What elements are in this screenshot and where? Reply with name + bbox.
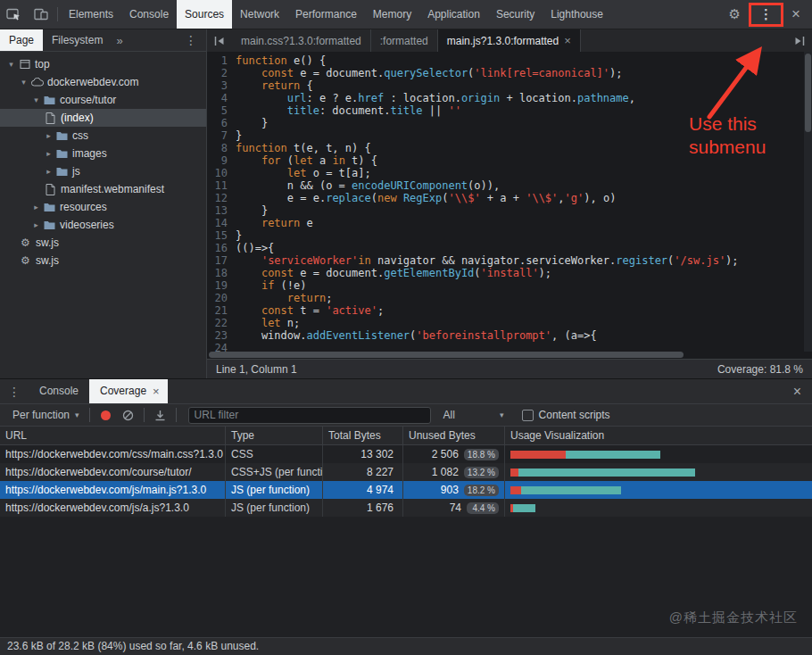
tab-console-top[interactable]: Console xyxy=(121,0,177,29)
line-number[interactable]: 11 xyxy=(207,179,236,192)
export-download-icon[interactable] xyxy=(149,410,171,421)
line-number[interactable]: 8 xyxy=(207,142,236,154)
code-text[interactable]: url: e ? e.href : location.origin + loca… xyxy=(236,92,635,104)
tab-memory[interactable]: Memory xyxy=(365,0,419,29)
tab-lighthouse[interactable]: Lighthouse xyxy=(543,0,611,29)
line-number[interactable]: 15 xyxy=(207,229,236,242)
code-text[interactable]: return; xyxy=(236,292,332,304)
tree-item-images[interactable]: ▸ images xyxy=(0,145,206,162)
tab-elements[interactable]: Elements xyxy=(61,0,121,29)
per-function-dropdown[interactable]: Per function ▾ xyxy=(7,409,85,421)
close-drawer-icon[interactable]: × xyxy=(783,384,812,400)
expander-icon[interactable]: ▾ xyxy=(5,60,17,69)
line-number[interactable]: 18 xyxy=(207,267,236,279)
tab-application[interactable]: Application xyxy=(419,0,488,29)
code-text[interactable]: const t = 'active'; xyxy=(236,304,384,317)
col-total-bytes[interactable]: Total Bytes xyxy=(323,427,403,444)
code-text[interactable]: } xyxy=(236,204,268,217)
line-number[interactable]: 23 xyxy=(207,329,236,342)
close-tab-icon[interactable]: × xyxy=(153,379,160,403)
col-type[interactable]: Type xyxy=(226,427,323,444)
tree-item-swjs-2[interactable]: ⚙ sw.js xyxy=(0,252,206,269)
line-number[interactable]: 19 xyxy=(207,279,236,292)
code-text[interactable]: const e = document.getElementById('insta… xyxy=(236,267,551,279)
tree-item-swjs-1[interactable]: ⚙ sw.js xyxy=(0,234,206,252)
code-text[interactable]: window.addEventListener('beforeinstallpr… xyxy=(236,329,597,342)
more-tabs-icon[interactable]: » xyxy=(112,34,127,47)
line-number[interactable]: 20 xyxy=(207,292,236,304)
tree-item-course-tutor[interactable]: ▾ course/tutor xyxy=(0,91,206,109)
tab-page[interactable]: Page xyxy=(0,29,43,51)
tab-security[interactable]: Security xyxy=(488,0,543,29)
tree-item-js[interactable]: ▸ js xyxy=(0,162,206,180)
line-number[interactable]: 5 xyxy=(207,104,236,117)
line-number[interactable]: 14 xyxy=(207,217,236,229)
line-number[interactable]: 21 xyxy=(207,304,236,317)
horizontal-scrollbar[interactable] xyxy=(209,352,802,358)
expander-icon[interactable]: ▾ xyxy=(18,78,29,87)
coverage-row-main-js[interactable]: https://dockerwebdev.com/js/main.js?1.3.… xyxy=(0,481,812,499)
line-number[interactable]: 1 xyxy=(207,54,236,67)
code-text[interactable]: } xyxy=(236,117,268,129)
tree-item-index[interactable]: (index) xyxy=(0,109,206,127)
code-text[interactable]: } xyxy=(236,229,242,242)
content-scripts-checkbox[interactable] xyxy=(522,410,534,421)
inspect-element-icon[interactable] xyxy=(0,0,28,29)
line-number[interactable]: 16 xyxy=(207,242,236,254)
more-options-icon[interactable]: ⋮ xyxy=(753,5,779,24)
code-text[interactable]: } xyxy=(236,129,242,142)
coverage-row-main-css[interactable]: https://dockerwebdev.com/css/main.css?1.… xyxy=(0,445,812,463)
col-url[interactable]: URL xyxy=(0,427,226,444)
navigator-toggle-icon[interactable] xyxy=(207,29,232,52)
line-number[interactable]: 6 xyxy=(207,117,236,129)
expander-icon[interactable]: ▸ xyxy=(30,203,42,211)
code-text[interactable]: return { xyxy=(236,79,313,92)
vertical-scrollbar[interactable] xyxy=(804,52,812,352)
scrollbar-thumb[interactable] xyxy=(209,352,684,358)
line-number[interactable]: 9 xyxy=(207,154,236,167)
line-number[interactable]: 12 xyxy=(207,192,236,204)
tree-item-css[interactable]: ▸ css xyxy=(0,127,206,145)
line-number[interactable]: 24 xyxy=(207,342,236,352)
editor-tab-main-js[interactable]: main.js?1.3.0:formatted × xyxy=(438,29,581,52)
line-number[interactable]: 3 xyxy=(207,79,236,92)
expander-icon[interactable]: ▸ xyxy=(30,220,42,229)
tree-item-manifest[interactable]: manifest.webmanifest xyxy=(0,180,206,198)
navigator-menu-icon[interactable]: ⋮ xyxy=(176,33,206,47)
expander-icon[interactable]: ▸ xyxy=(43,131,54,140)
close-devtools-icon[interactable]: × xyxy=(785,5,807,23)
code-text[interactable]: if (!e) xyxy=(236,279,306,292)
code-text[interactable]: for (let a in t) { xyxy=(236,154,377,167)
code-text[interactable]: function t(e, t, n) { xyxy=(236,142,371,154)
tree-item-top[interactable]: ▾ top xyxy=(0,55,206,73)
code-text[interactable]: let n; xyxy=(236,317,300,329)
settings-gear-icon[interactable]: ⚙ xyxy=(723,6,747,22)
line-number[interactable]: 2 xyxy=(207,67,236,79)
code-text[interactable]: const e = document.querySelector('link[r… xyxy=(236,67,623,79)
col-unused-bytes[interactable]: Unused Bytes xyxy=(403,427,505,444)
scrollbar-thumb[interactable] xyxy=(805,54,811,132)
right-sidebar-toggle-icon[interactable] xyxy=(787,29,812,52)
line-number[interactable]: 13 xyxy=(207,204,236,217)
expander-icon[interactable]: ▸ xyxy=(43,167,54,176)
coverage-row-course-tutor[interactable]: https://dockerwebdev.com/course/tutor/ C… xyxy=(0,463,812,481)
expander-icon[interactable]: ▾ xyxy=(30,95,42,104)
tree-item-dockerwebdev[interactable]: ▾ dockerwebdev.com xyxy=(0,73,206,91)
code-text[interactable]: e = e.replace(new RegExp('\\$' + a + '\\… xyxy=(236,192,616,204)
tab-coverage[interactable]: Coverage × xyxy=(89,379,168,403)
tree-item-resources[interactable]: ▸ resources xyxy=(0,198,206,216)
drawer-menu-icon[interactable]: ⋮ xyxy=(0,385,29,399)
line-number[interactable]: 22 xyxy=(207,317,236,329)
editor-tab-formatted[interactable]: :formatted xyxy=(371,29,438,52)
code-text[interactable]: return e xyxy=(236,217,313,229)
device-toolbar-icon[interactable] xyxy=(28,0,54,29)
tab-filesystem[interactable]: Filesystem xyxy=(43,29,112,51)
coverage-row-a-js[interactable]: https://dockerwebdev.com/js/a.js?1.3.0 J… xyxy=(0,499,812,517)
tab-console-drawer[interactable]: Console xyxy=(29,379,89,403)
close-tab-icon[interactable]: × xyxy=(564,34,571,47)
url-filter-input[interactable] xyxy=(188,407,431,424)
code-text[interactable]: function e() { xyxy=(236,54,326,67)
code-text[interactable]: (()=>{ xyxy=(236,242,274,254)
tab-performance[interactable]: Performance xyxy=(287,0,365,29)
editor-tab-main-css[interactable]: main.css?1.3.0:formatted xyxy=(232,29,371,52)
